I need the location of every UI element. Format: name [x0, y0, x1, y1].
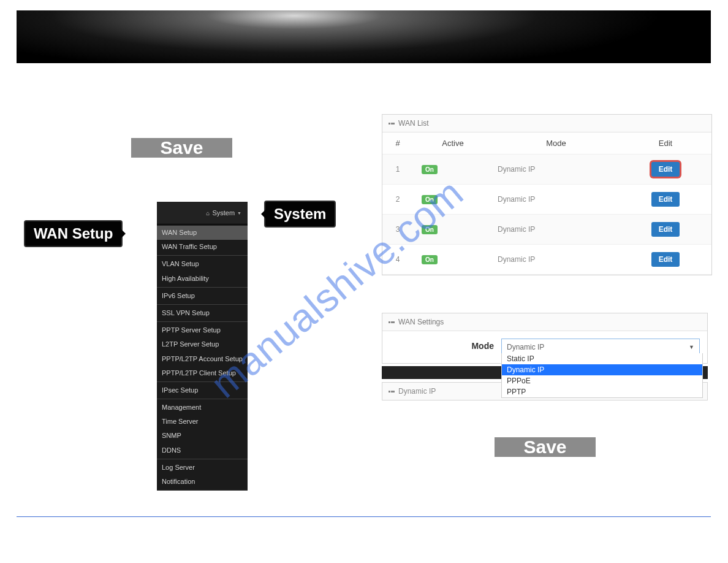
table-row: 4OnDynamic IPEdit	[382, 245, 711, 275]
mode-option[interactable]: PPPoE	[502, 375, 702, 386]
save-button[interactable]: Save	[131, 138, 232, 158]
sidebar-item[interactable]: WAN Traffic Setup	[157, 240, 248, 254]
table-row: 2OnDynamic IPEdit	[382, 185, 711, 215]
save-button[interactable]: Save	[495, 437, 596, 457]
sidebar-header-label: System	[212, 209, 235, 216]
mode-select-value: Dynamic IP	[507, 343, 544, 351]
sidebar-item[interactable]: High Availability	[157, 272, 248, 286]
list-icon	[389, 389, 395, 394]
cell-mode: Dynamic IP	[493, 245, 620, 275]
sidebar-item[interactable]: Management	[157, 400, 248, 415]
sidebar-item[interactable]: Time Server	[157, 415, 248, 429]
cell-mode: Dynamic IP	[493, 185, 620, 215]
cell-active: On	[413, 155, 493, 185]
edit-button[interactable]: Edit	[651, 192, 680, 207]
dynamic-ip-title: Dynamic IP	[398, 387, 436, 396]
mode-option[interactable]: Static IP	[502, 353, 702, 364]
footer-divider	[17, 516, 711, 517]
col-mode: Mode	[493, 132, 620, 155]
col-num: #	[382, 132, 413, 155]
table-row: 3OnDynamic IPEdit	[382, 215, 711, 245]
wan-list-panel: WAN List # Active Mode Edit 1OnDynamic I…	[382, 114, 712, 275]
list-icon	[389, 320, 395, 325]
home-icon: ⌂	[206, 210, 210, 216]
sidebar-item[interactable]: PPTP/L2TP Client Setup	[157, 366, 248, 380]
cell-edit: Edit	[620, 215, 711, 245]
sidebar-item[interactable]: L2TP Server Setup	[157, 337, 248, 351]
cell-edit: Edit	[620, 155, 711, 185]
cell-active: On	[413, 185, 493, 215]
top-banner	[17, 10, 711, 63]
wan-settings-header: WAN Settings	[382, 313, 707, 331]
cell-active: On	[413, 245, 493, 275]
status-badge: On	[422, 225, 438, 234]
sidebar-item[interactable]: PPTP/L2TP Account Setup	[157, 352, 248, 366]
cell-num: 2	[382, 185, 413, 215]
mode-label: Mode	[390, 339, 494, 351]
edit-button[interactable]: Edit	[651, 252, 680, 267]
cell-num: 1	[382, 155, 413, 185]
wan-list-table: # Active Mode Edit 1OnDynamic IPEdit2OnD…	[382, 132, 711, 275]
cell-active: On	[413, 215, 493, 245]
wan-list-title: WAN List	[398, 119, 429, 128]
cell-mode: Dynamic IP	[493, 155, 620, 185]
sidebar-item[interactable]: Log Server	[157, 461, 248, 475]
status-badge: On	[422, 255, 438, 264]
sidebar-item[interactable]: PPTP Server Setup	[157, 323, 248, 337]
cell-num: 3	[382, 215, 413, 245]
sidebar-item[interactable]: DDNS	[157, 443, 248, 458]
sidebar-system-dropdown[interactable]: ⌂ System ▼	[157, 202, 248, 224]
mode-option[interactable]: Dynamic IP	[502, 364, 702, 375]
sidebar-item[interactable]: IPsec Setup	[157, 383, 248, 397]
mode-option[interactable]: PPTP	[502, 386, 702, 397]
wan-settings-title: WAN Settings	[398, 318, 444, 326]
callout-wan-setup-label: WAN Setup	[34, 225, 113, 242]
sidebar-item[interactable]: VLAN Setup	[157, 257, 248, 271]
list-icon	[389, 121, 395, 126]
mode-dropdown-list: Static IPDynamic IPPPPoEPPTP	[501, 353, 703, 398]
cell-edit: Edit	[620, 245, 711, 275]
chevron-down-icon: ▼	[237, 211, 241, 215]
cell-num: 4	[382, 245, 413, 275]
edit-button[interactable]: Edit	[651, 222, 680, 237]
callout-wan-setup: WAN Setup	[24, 220, 123, 247]
sidebar-item[interactable]: IPv6 Setup	[157, 289, 248, 303]
cell-mode: Dynamic IP	[493, 215, 620, 245]
save-button-label: Save	[523, 437, 566, 458]
sidebar-item[interactable]: SSL VPN Setup	[157, 306, 248, 320]
table-row: 1OnDynamic IPEdit	[382, 155, 711, 185]
callout-system-label: System	[274, 205, 326, 222]
sidebar: ⌂ System ▼ WAN SetupWAN Traffic SetupVLA…	[157, 202, 248, 491]
sidebar-item[interactable]: WAN Setup	[157, 226, 248, 240]
cell-edit: Edit	[620, 185, 711, 215]
col-edit: Edit	[620, 132, 711, 155]
wan-list-header: WAN List	[382, 115, 711, 132]
status-badge: On	[422, 165, 438, 174]
save-button-label: Save	[160, 137, 203, 158]
status-badge: On	[422, 195, 438, 204]
edit-button[interactable]: Edit	[651, 162, 680, 177]
sidebar-item[interactable]: SNMP	[157, 429, 248, 443]
col-active: Active	[413, 132, 493, 155]
sidebar-item[interactable]: Notification	[157, 475, 248, 489]
callout-system: System	[264, 201, 336, 228]
